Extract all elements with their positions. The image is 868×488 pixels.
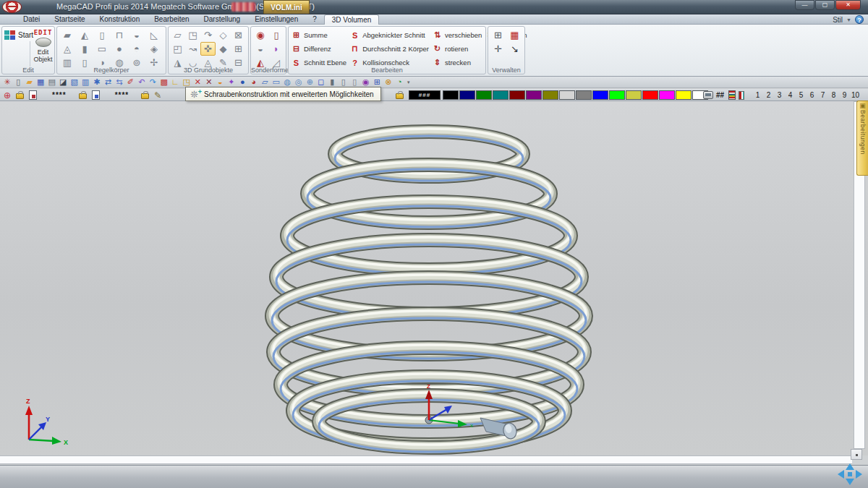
toolbar-icon[interactable]: ↶ [136,77,148,87]
toolbar-icon[interactable]: ✳ [1,77,13,87]
toolbar-icon[interactable]: ↷ [148,77,159,87]
layer-page-icon[interactable] [29,90,37,100]
layer-number[interactable]: 7 [817,91,828,99]
toolbar-icon[interactable]: ▦ [35,77,47,87]
lock-icon[interactable] [79,93,87,99]
color-swatch[interactable] [659,90,675,100]
toolbar-icon[interactable]: ✱ [91,77,103,87]
ribbon-icon[interactable]: ◈ [145,42,163,56]
ribbon-button-abgeknickter-schnitt[interactable]: SAbgeknickter Schnitt [349,30,429,40]
color-swatch[interactable] [592,90,608,100]
ribbon-icon[interactable]: ◭ [76,28,93,42]
pen-style-icon[interactable] [739,91,744,100]
ribbon-icon[interactable]: ◒ [128,28,145,42]
toolbar-icon[interactable]: ◉ [360,77,372,87]
ribbon-icon[interactable]: ● [111,42,128,56]
layer-number[interactable]: 9 [839,91,850,99]
menu-item-datei[interactable]: Datei [16,14,47,25]
toolbar-icon[interactable]: ⇆ [114,77,125,87]
lock-icon[interactable] [16,93,24,99]
group-page-icon[interactable] [92,90,100,100]
ribbon-icon[interactable]: ▯ [268,28,284,42]
target-icon[interactable]: ⊕ [4,90,11,100]
color-swatch[interactable] [476,90,492,100]
toolbar-icon[interactable]: ⊕ [305,77,316,87]
menu-item--[interactable]: ? [305,14,324,25]
toolbar-icon[interactable]: ◍ [282,77,294,87]
menu-item-bearbeiten[interactable]: Bearbeiten [147,14,196,25]
ribbon-icon[interactable]: ▱ [170,28,185,42]
ribbon-icon[interactable]: ✛ [490,42,506,56]
color-swatch[interactable] [459,90,475,100]
menu-item-einstellungen[interactable]: Einstellungen [247,14,305,25]
color-swatch[interactable] [509,90,525,100]
ribbon-icon[interactable]: ◓ [128,42,145,56]
toolbar-icon[interactable]: ⊞ [372,77,383,87]
scrollbar-corner-button[interactable] [851,449,862,460]
start-button[interactable]: Start [4,30,33,40]
toolbar-icon[interactable]: ▯ [338,77,349,87]
ribbon-icon[interactable]: ▭ [93,42,111,56]
ribbon-icon[interactable]: ↝ [185,42,200,56]
ribbon-icon[interactable]: ✜ [200,42,216,56]
toolbar-icon[interactable]: ▯ [13,77,25,87]
toolbar-icon[interactable]: ◻ [315,77,327,87]
color-swatch[interactable] [609,90,625,100]
pencil-icon[interactable]: ✎ [154,90,161,100]
layer-number[interactable]: 4 [785,91,796,99]
color-swatch[interactable] [642,90,658,100]
password-mask-2[interactable]: **** [115,91,129,99]
toolbar-icon[interactable]: ▤ [46,77,58,87]
toolbar-icon[interactable]: ✕ [203,77,215,87]
layer-number[interactable]: 3 [774,91,785,99]
ribbon-icon[interactable]: ▦ [506,28,523,42]
toolbar-icon[interactable]: ◔ [394,77,406,87]
color-swatch[interactable] [493,90,509,100]
ribbon-icon[interactable]: ▰ [59,28,76,42]
menu-item-3d-volumen[interactable]: 3D Volumen [324,14,379,25]
ribbon-icon[interactable]: ◉ [252,28,268,42]
toolbar-icon[interactable]: ⊗ [383,77,394,87]
toolbar-overflow-icon[interactable]: ▾ [407,80,410,85]
menu-item-konstruktion[interactable]: Konstruktion [93,14,148,25]
layer-number[interactable]: 10 [850,91,861,99]
toolbar-icon[interactable]: ⇄ [103,77,114,87]
ribbon-icon[interactable]: ⊓ [111,28,128,42]
layer-number[interactable]: 1 [752,91,763,99]
layer-number[interactable]: 8 [828,91,839,99]
toolbar-icon[interactable]: ▯ [349,77,361,87]
toolbar-icon[interactable]: ◪ [58,77,69,87]
color-swatch[interactable] [676,90,692,100]
ribbon-icon[interactable]: ◳ [185,28,200,42]
ribbon-icon[interactable]: ⊞ [490,28,506,42]
toolbar-icon[interactable]: ▧ [69,77,80,87]
close-button[interactable]: ✕ [835,0,861,10]
ribbon-icon[interactable]: ↘ [506,42,523,56]
toolbar-icon[interactable]: ▮ [327,77,339,87]
password-mask-1[interactable]: **** [52,91,67,99]
toolbar-icon[interactable]: ◎ [293,77,305,87]
pan-navigation-icon[interactable] [838,463,862,485]
ribbon-button-rotieren[interactable]: ↻rotieren [432,43,482,54]
toolbar-icon[interactable]: ▩ [158,77,170,87]
lock-icon[interactable] [141,93,149,99]
toolbar-icon[interactable]: ◕ [248,77,260,87]
ribbon-icon[interactable]: ◆ [216,42,231,56]
ribbon-icon[interactable]: ◺ [145,28,163,42]
ribbon-icon[interactable]: ⊠ [231,28,246,42]
menu-item-darstellung[interactable]: Darstellung [197,14,248,25]
minimize-button[interactable]: — [795,0,814,10]
ribbon-button-summe[interactable]: ⊞Summe [291,30,346,40]
ribbon-icon[interactable]: ▮ [76,42,93,56]
spiral-model[interactable]: x Z Z X Y [0,101,868,455]
ribbon-icon[interactable]: ◬ [59,42,76,56]
ribbon-icon[interactable]: ◒ [252,42,268,56]
file-tab-volm-ini[interactable]: VOLM.ini [263,0,310,14]
chevron-down-icon[interactable]: ▼ [846,17,851,22]
lock-icon[interactable] [396,93,404,99]
ribbon-icon[interactable]: ◇ [216,28,231,42]
toolbar-icon[interactable]: ▥ [80,77,92,87]
viewport-3d[interactable]: x Z Z X Y [0,101,868,455]
style-label[interactable]: Stil [833,16,843,24]
ribbon-icon[interactable]: ▯ [93,28,111,42]
